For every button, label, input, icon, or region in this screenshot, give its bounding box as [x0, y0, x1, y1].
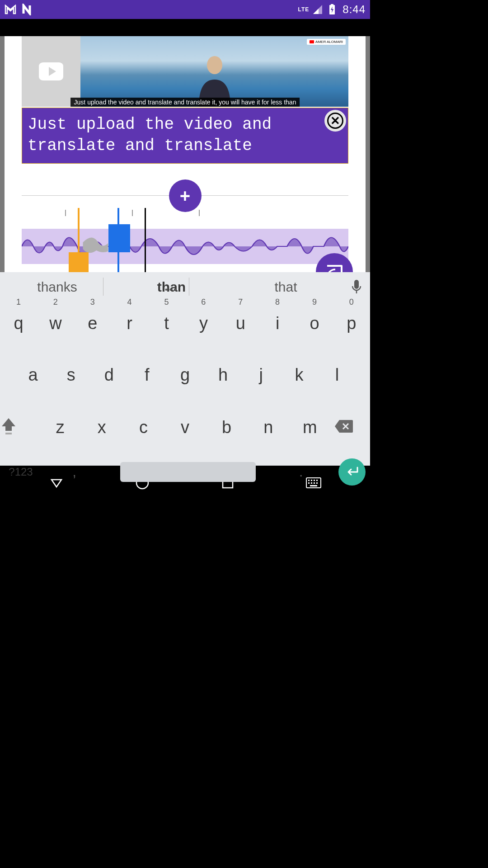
signal-icon: [312, 4, 324, 15]
close-caption-button[interactable]: ✕: [324, 110, 346, 132]
keyboard: thanks than ••• that 1q 2w 3e 4r 5t 6y 7…: [0, 272, 370, 466]
key-x[interactable]: x: [84, 410, 119, 445]
close-icon: ✕: [327, 113, 343, 129]
android-n-icon: [22, 4, 33, 15]
key-h[interactable]: h: [206, 357, 241, 392]
key-v[interactable]: v: [168, 410, 203, 445]
enter-key[interactable]: [338, 458, 366, 486]
video-preview-row: AMER ALOMARI Just upload the video and t…: [22, 36, 348, 107]
caption-overlay: Just upload the video and translate and …: [70, 98, 300, 107]
key-o[interactable]: 9o: [297, 306, 332, 341]
add-button[interactable]: +: [169, 179, 202, 212]
gmail-icon: [5, 4, 16, 15]
key-b[interactable]: b: [209, 410, 244, 445]
key-j[interactable]: j: [244, 357, 279, 392]
key-q[interactable]: 1q: [1, 306, 36, 341]
suggestion[interactable]: that: [229, 279, 343, 295]
key-z[interactable]: z: [42, 410, 78, 445]
caption-input[interactable]: Just upload the video and translate and …: [22, 108, 348, 164]
video-thumbnail[interactable]: AMER ALOMARI: [80, 36, 348, 107]
key-row-4: ?123 , .: [0, 458, 370, 486]
network-label: LTE: [298, 6, 310, 13]
key-row-1: 1q 2w 3e 4r 5t 6y 7u 8i 9o 0p: [0, 306, 370, 341]
key-r[interactable]: 4r: [112, 306, 147, 341]
key-k[interactable]: k: [282, 357, 317, 392]
comma-key[interactable]: ,: [63, 464, 86, 480]
clock: 8:44: [343, 3, 366, 16]
key-w[interactable]: 2w: [38, 306, 73, 341]
status-bar: LTE 8:44: [0, 0, 370, 19]
key-e[interactable]: 3e: [75, 306, 110, 341]
channel-badge: AMER ALOMARI: [307, 39, 346, 45]
key-c[interactable]: c: [126, 410, 161, 445]
svg-rect-4: [354, 280, 359, 289]
suggestion[interactable]: thanks: [0, 279, 114, 295]
key-u[interactable]: 7u: [223, 306, 258, 341]
svg-rect-6: [5, 433, 12, 434]
waveform-timeline[interactable]: 00:27 00:28 00:29: [22, 208, 348, 280]
key-d[interactable]: d: [91, 357, 127, 392]
enter-icon: [345, 467, 359, 477]
key-l[interactable]: l: [319, 357, 355, 392]
key-f[interactable]: f: [129, 357, 164, 392]
voice-input-button[interactable]: [343, 280, 370, 294]
play-icon: [39, 62, 63, 80]
key-a[interactable]: a: [15, 357, 51, 392]
plus-icon: +: [180, 186, 190, 206]
key-t[interactable]: 5t: [149, 306, 184, 341]
shift-key[interactable]: [1, 417, 36, 437]
caption-text[interactable]: Just upload the video and translate and …: [28, 114, 343, 157]
symbols-key[interactable]: ?123: [5, 466, 37, 478]
key-row-2: a s d f g h j k l: [0, 357, 370, 392]
svg-rect-1: [331, 4, 333, 5]
battery-charging-icon: [326, 4, 338, 15]
backspace-key[interactable]: [334, 419, 369, 435]
key-p[interactable]: 0p: [334, 306, 369, 341]
spacebar[interactable]: [120, 462, 256, 482]
key-n[interactable]: n: [251, 410, 286, 445]
key-m[interactable]: m: [292, 410, 328, 445]
suggestion[interactable]: than •••: [114, 279, 229, 295]
svg-point-2: [207, 56, 222, 74]
channel-name: AMER ALOMARI: [315, 40, 343, 44]
marker-end-handle[interactable]: [108, 224, 130, 252]
period-key[interactable]: .: [290, 464, 312, 480]
play-button[interactable]: [22, 36, 80, 107]
key-y[interactable]: 6y: [186, 306, 221, 341]
key-row-3: z x c v b n m: [0, 410, 370, 445]
key-g[interactable]: g: [168, 357, 203, 392]
editor-screen: AMER ALOMARI Just upload the video and t…: [0, 36, 370, 272]
key-i[interactable]: 8i: [260, 306, 295, 341]
key-s[interactable]: s: [53, 357, 89, 392]
